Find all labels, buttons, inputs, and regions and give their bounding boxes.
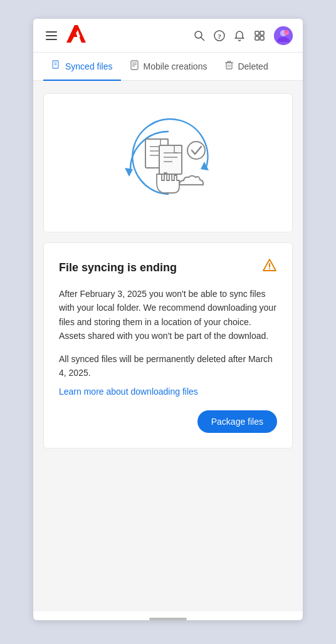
svg-marker-0 [66, 25, 86, 43]
info-card-body: After February 3, 2025 you won't be able… [59, 287, 277, 433]
svg-rect-19 [226, 63, 232, 69]
tab-deleted[interactable]: Deleted [216, 53, 276, 81]
svg-text:?: ? [218, 32, 221, 39]
deleted-tab-label: Deleted [238, 61, 268, 71]
svg-rect-8 [260, 36, 264, 40]
info-card-title: File syncing is ending [59, 261, 177, 274]
package-files-button[interactable]: Package files [197, 410, 277, 433]
app-header: ? [33, 19, 303, 53]
svg-point-38 [269, 268, 270, 269]
tab-mobile-creations[interactable]: Mobile creations [121, 53, 216, 81]
scrollbar-hint [149, 618, 187, 620]
mobile-creations-tab-icon [130, 60, 139, 72]
svg-rect-6 [260, 31, 264, 35]
svg-marker-27 [125, 168, 133, 177]
illustration-card [43, 93, 293, 232]
hamburger-menu-icon[interactable] [43, 29, 60, 43]
svg-rect-32 [159, 145, 182, 174]
sync-illustration [112, 113, 224, 213]
header-left [43, 25, 86, 46]
header-right: ? [194, 26, 293, 45]
svg-rect-7 [255, 36, 259, 40]
svg-line-2 [201, 37, 204, 40]
bell-icon[interactable] [234, 30, 245, 41]
deleted-tab-icon [224, 60, 234, 72]
mobile-creations-tab-label: Mobile creations [143, 61, 207, 71]
help-icon[interactable]: ? [214, 30, 225, 41]
info-body-paragraph-1: After February 3, 2025 you won't be able… [59, 287, 277, 343]
synced-files-tab-label: Synced files [65, 61, 112, 71]
app-window: ? [33, 19, 303, 620]
warning-icon [262, 258, 277, 277]
svg-rect-15 [131, 61, 138, 70]
main-content: File syncing is ending After February 3,… [33, 81, 303, 611]
tab-synced-files[interactable]: Synced files [43, 53, 121, 81]
adobe-logo [66, 25, 86, 46]
learn-more-link[interactable]: Learn more about downloading files [59, 385, 277, 398]
search-icon[interactable] [194, 30, 205, 41]
grid-icon[interactable] [254, 30, 265, 41]
info-card: File syncing is ending After February 3,… [43, 242, 293, 449]
svg-point-36 [187, 142, 205, 159]
info-card-header: File syncing is ending [59, 258, 277, 277]
synced-files-tab-icon [52, 60, 61, 72]
svg-rect-5 [255, 31, 259, 35]
tab-bar: Synced files Mobile creations [33, 53, 303, 81]
info-body-paragraph-2: All synced files will be permanently del… [59, 352, 277, 380]
avatar[interactable] [274, 26, 293, 45]
